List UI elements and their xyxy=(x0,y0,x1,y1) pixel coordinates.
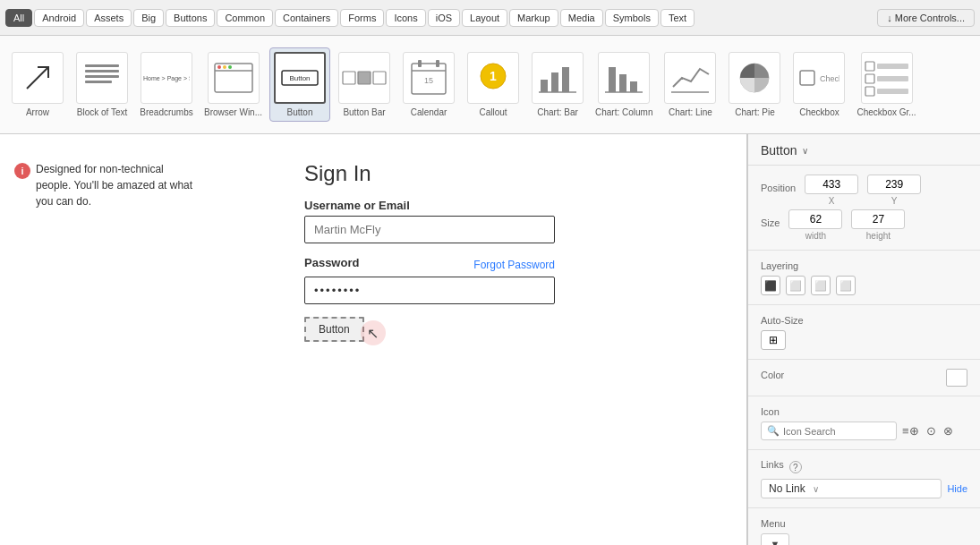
toolbar-btn-media[interactable]: Media xyxy=(560,9,603,27)
layer-front-icon[interactable]: ⬛ xyxy=(761,276,780,295)
panel-chevron-icon: ∨ xyxy=(802,146,808,156)
icon-item-arrow[interactable]: Arrow xyxy=(7,48,68,121)
icon-search-action-3[interactable]: ⊗ xyxy=(942,424,955,438)
button-icon: Button xyxy=(280,68,320,88)
icon-search-input[interactable] xyxy=(783,426,891,437)
icon-search-wrap: 🔍 xyxy=(761,422,897,440)
toolbar-btn-symbols[interactable]: Symbols xyxy=(605,9,659,27)
svg-text:15: 15 xyxy=(424,76,433,85)
svg-rect-39 xyxy=(877,76,908,81)
svg-rect-33 xyxy=(800,71,814,85)
username-input[interactable] xyxy=(304,216,555,243)
icon-item-button-bar[interactable]: Button Bar xyxy=(334,48,395,121)
canvas[interactable]: i Designed for non-technical people. You… xyxy=(0,134,747,545)
icon-item-checkbox-group[interactable]: Checkbox Gr... xyxy=(853,48,919,121)
no-link-select[interactable]: No Link ∨ xyxy=(761,479,942,498)
icon-search-action-1[interactable]: ≡⊕ xyxy=(900,424,921,438)
icon-search-action-2[interactable]: ⊙ xyxy=(925,424,938,438)
chart-line-thumb xyxy=(664,52,716,104)
icon-item-chart-column[interactable]: Chart: Column xyxy=(592,48,656,121)
icon-label-chart-column: Chart: Column xyxy=(595,107,652,117)
svg-rect-15 xyxy=(373,72,386,84)
svg-text:Checkbox: Checkbox xyxy=(820,74,839,83)
size-width-input[interactable] xyxy=(788,209,842,229)
callout-thumb: 1 xyxy=(467,52,519,104)
icon-item-chart-pie[interactable]: Chart: Pie xyxy=(724,48,785,121)
forgot-password-link[interactable]: Forgot Password xyxy=(473,259,555,271)
autosize-icon[interactable]: ⊞ xyxy=(761,330,786,350)
menu-dropdown-button[interactable]: ▼ xyxy=(761,533,789,545)
toolbar-btn-all[interactable]: All xyxy=(5,9,32,27)
sign-in-form: Sign In Username or Email Password Forgo… xyxy=(304,161,555,342)
svg-text:1: 1 xyxy=(490,69,497,83)
toolbar-btn-icons[interactable]: Icons xyxy=(386,9,425,27)
svg-rect-2 xyxy=(85,70,119,72)
icon-item-block-of-text[interactable]: Block of Text xyxy=(72,48,132,121)
toolbar-btn-layout[interactable]: Layout xyxy=(462,9,507,27)
checkbox-group-icon xyxy=(864,58,910,98)
toolbar-btn-text[interactable]: Text xyxy=(660,9,695,27)
svg-rect-13 xyxy=(343,72,355,84)
button-thumb: Button xyxy=(274,52,326,104)
toolbar-btn-assets[interactable]: Assets xyxy=(86,9,132,27)
toolbar-btn-android[interactable]: Android xyxy=(34,9,84,27)
calendar-thumb: 15 xyxy=(403,52,455,104)
toolbar-btn-buttons[interactable]: Buttons xyxy=(166,9,215,27)
svg-rect-25 xyxy=(562,67,569,92)
menu-dropdown-arrow-icon: ▼ xyxy=(771,539,780,545)
breadcrumbs-icon: Home > Page > Sub xyxy=(143,68,190,88)
layer-forward-icon[interactable]: ⬜ xyxy=(786,276,805,295)
icon-item-browser-window[interactable]: Browser Win... xyxy=(200,48,266,121)
icon-label-arrow: Arrow xyxy=(26,107,49,117)
color-swatch[interactable] xyxy=(946,369,967,387)
svg-point-10 xyxy=(228,65,232,69)
svg-rect-28 xyxy=(619,74,626,92)
icon-item-chart-line[interactable]: Chart: Line xyxy=(660,48,720,121)
checkbox-icon: Checkbox xyxy=(798,66,839,89)
menu-section: Menu ▼ xyxy=(748,508,980,545)
icon-item-calendar[interactable]: 15 Calendar xyxy=(398,48,459,121)
info-text: Designed for non-technical people. You'l… xyxy=(36,161,193,209)
icon-item-button[interactable]: Button Button xyxy=(269,47,330,122)
toolbar-btn-markup[interactable]: Markup xyxy=(509,9,558,27)
hide-link[interactable]: Hide xyxy=(947,483,967,494)
svg-rect-14 xyxy=(358,72,371,84)
arrow-icon xyxy=(20,60,55,96)
toolbar-btn-big[interactable]: Big xyxy=(133,9,164,27)
password-input[interactable] xyxy=(304,277,555,304)
svg-rect-40 xyxy=(877,89,908,94)
links-help-icon[interactable]: ? xyxy=(789,461,802,473)
svg-rect-29 xyxy=(630,81,637,92)
icon-label-button-bar: Button Bar xyxy=(343,107,385,117)
icon-section: Icon 🔍 ≡⊕ ⊙ ⊗ xyxy=(748,396,980,450)
icon-label: Icon xyxy=(761,406,780,417)
position-y-input[interactable] xyxy=(867,175,921,194)
toolbar-btn-common[interactable]: Common xyxy=(217,9,273,27)
position-row: Position X Y xyxy=(761,175,967,206)
more-controls-button[interactable]: ↓ More Controls... xyxy=(877,9,975,27)
size-row: Size width height xyxy=(761,209,967,241)
icon-item-callout[interactable]: 1 Callout xyxy=(463,48,524,121)
icon-item-chart-bar[interactable]: Chart: Bar xyxy=(527,48,588,121)
checkbox-group-thumb xyxy=(861,52,913,104)
menu-label: Menu xyxy=(761,518,786,529)
layer-back-icon[interactable]: ⬜ xyxy=(836,276,856,295)
position-y-sub: Y xyxy=(891,196,898,206)
toolbar-btn-ios[interactable]: iOS xyxy=(428,9,460,27)
layering-section: Layering ⬛ ⬜ ⬜ ⬜ xyxy=(748,251,980,305)
icon-label-callout: Callout xyxy=(479,107,507,117)
sign-in-button[interactable]: Button xyxy=(304,317,364,342)
calendar-icon: 15 xyxy=(409,58,448,98)
position-x-input[interactable] xyxy=(805,175,858,194)
layer-backward-icon[interactable]: ⬜ xyxy=(811,276,831,295)
toolbar-btn-containers[interactable]: Containers xyxy=(275,9,338,27)
size-height-group: height xyxy=(851,209,905,241)
breadcrumbs-thumb: Home > Page > Sub xyxy=(141,52,192,104)
size-height-input[interactable] xyxy=(851,209,905,229)
toolbar-btn-forms[interactable]: Forms xyxy=(340,9,384,27)
color-row: Color xyxy=(761,369,967,387)
icon-item-breadcrumbs[interactable]: Home > Page > Sub Breadcrumbs xyxy=(136,48,197,121)
svg-rect-27 xyxy=(609,67,616,92)
icon-item-checkbox[interactable]: Checkbox Checkbox xyxy=(788,48,849,121)
svg-text:Button: Button xyxy=(289,74,310,82)
